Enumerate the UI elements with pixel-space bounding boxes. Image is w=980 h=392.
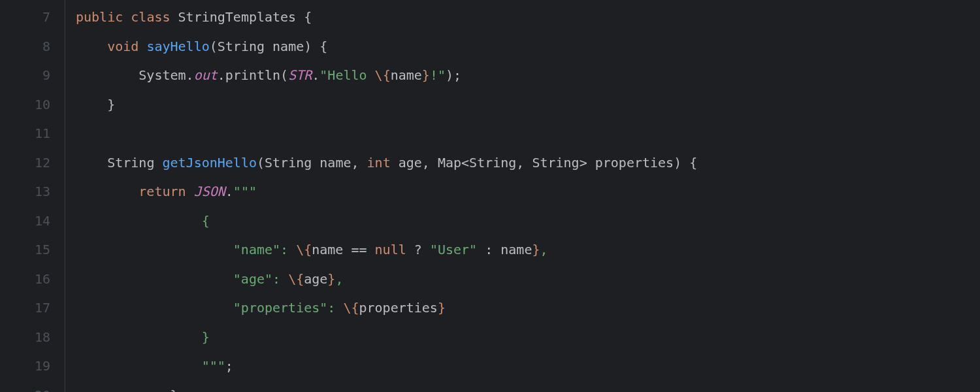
token-type: StringTemplates (178, 9, 304, 25)
line-number: 13 (0, 177, 50, 206)
token-plain: ? (414, 242, 430, 257)
token-fn: sayHello (146, 39, 209, 54)
code-line[interactable]: """; (76, 351, 697, 381)
token-plain: System. (139, 67, 193, 83)
line-number: 17 (0, 293, 50, 323)
code-line[interactable]: } (76, 323, 697, 352)
token-fn: getJsonHello (162, 155, 257, 171)
line-number: 16 (0, 265, 50, 294)
token-kw: } (422, 67, 430, 83)
token-punct: } (107, 97, 115, 112)
token-plain: ; (225, 358, 233, 374)
token-kw: public (76, 9, 131, 25)
token-kw: null (375, 242, 414, 257)
token-str: , (540, 242, 547, 257)
line-number: 20 (0, 381, 50, 393)
token-plain: (String name, (257, 155, 367, 171)
token-kw: } (532, 242, 540, 257)
code-line[interactable]: return JSON.""" (76, 177, 697, 206)
line-number: 14 (0, 206, 50, 236)
code-line[interactable]: "properties": \{properties} (76, 293, 697, 323)
code-line[interactable]: } (76, 381, 697, 393)
token-str: "age": (233, 271, 288, 287)
token-str: !" (430, 67, 446, 83)
token-plain: : name (485, 242, 532, 257)
token-str: } (202, 329, 210, 345)
token-static: JSON (194, 184, 225, 199)
token-static: out (194, 67, 218, 83)
line-number: 9 (0, 61, 50, 90)
token-kw: return (139, 184, 193, 199)
line-number-gutter: 7891011121314151617181920 (0, 0, 65, 392)
token-kw: int (367, 155, 399, 171)
code-line[interactable]: } (76, 90, 697, 120)
code-line[interactable]: void sayHello(String name) { (76, 32, 697, 61)
token-str: "User" (430, 242, 485, 257)
token-str: """ (233, 184, 257, 199)
code-line[interactable]: public class StringTemplates { (76, 3, 697, 32)
token-kw: } (438, 300, 446, 316)
code-line[interactable]: "age": \{age}, (76, 265, 697, 294)
token-str: "Hello (319, 67, 374, 83)
token-type: String (107, 155, 162, 171)
code-line[interactable]: { (76, 206, 697, 236)
code-line[interactable]: System.out.println(STR."Hello \{name}!")… (76, 61, 697, 90)
token-str: "name": (233, 242, 296, 257)
token-plain: name (391, 67, 422, 83)
line-number: 19 (0, 351, 50, 381)
line-number: 10 (0, 90, 50, 120)
token-plain: . (312, 67, 319, 83)
token-str: """ (202, 358, 225, 374)
token-str: { (202, 213, 210, 229)
token-str: "properties": (233, 300, 344, 316)
token-kw: } (327, 271, 335, 287)
token-plain: ); (446, 67, 461, 83)
token-kw: void (107, 39, 146, 54)
token-punct: } (171, 387, 178, 393)
token-str: , (335, 271, 343, 287)
line-number: 12 (0, 148, 50, 178)
token-kw: \{ (296, 242, 312, 257)
code-area[interactable]: public class StringTemplates { void sayH… (65, 0, 697, 392)
line-number: 18 (0, 323, 50, 352)
token-punct: { (304, 9, 312, 25)
token-plain: .println( (218, 67, 288, 83)
code-editor[interactable]: 7891011121314151617181920 public class S… (0, 0, 980, 392)
line-number: 7 (0, 3, 50, 32)
token-plain: properties (359, 300, 438, 316)
token-kw: \{ (375, 67, 391, 83)
code-line[interactable] (76, 119, 697, 148)
token-kw: \{ (343, 300, 359, 316)
code-line[interactable]: "name": \{name == null ? "User" : name}, (76, 235, 697, 265)
line-number: 8 (0, 32, 50, 61)
line-number: 11 (0, 119, 50, 148)
token-plain: name == (312, 242, 374, 257)
token-plain: . (225, 184, 233, 199)
token-plain: age (304, 271, 327, 287)
token-kw: class (131, 9, 178, 25)
token-kw: \{ (288, 271, 304, 287)
token-static: STR (288, 67, 312, 83)
line-number: 15 (0, 235, 50, 265)
code-line[interactable]: String getJsonHello(String name, int age… (76, 148, 697, 178)
token-plain: age, Map<String, String> properties) { (399, 155, 698, 171)
token-plain: (String name) { (210, 39, 328, 54)
